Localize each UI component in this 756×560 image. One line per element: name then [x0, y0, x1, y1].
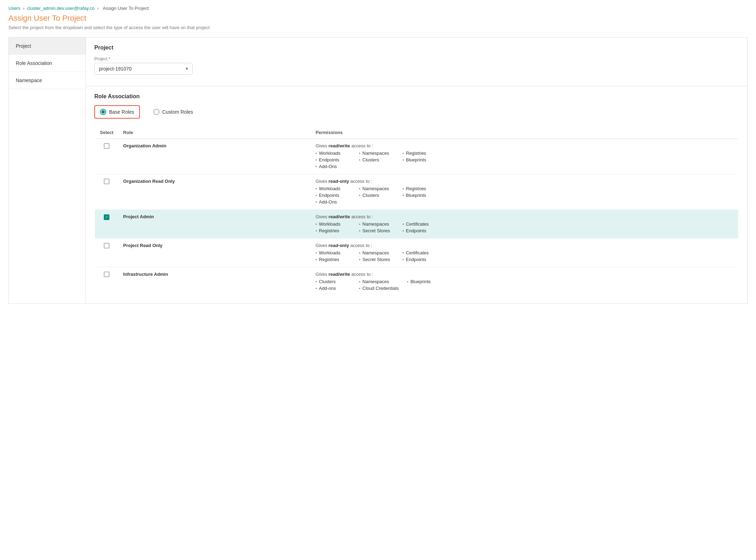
project-section-title: Project	[94, 45, 739, 51]
permission-item: Blueprints	[407, 278, 442, 285]
permission-item: Clusters	[359, 192, 394, 199]
permission-item: Secret Stores	[359, 227, 394, 234]
permission-columns: WorkloadsRegistriesNamespacesSecret Stor…	[316, 249, 733, 263]
breadcrumb: Users › cluster_admin.dev.user@rafay.co …	[8, 6, 748, 11]
permission-column: WorkloadsEndpointsAdd-Ons	[316, 185, 351, 205]
permission-column: NamespacesClusters	[359, 185, 394, 205]
project-select[interactable]: project-191070	[94, 63, 193, 75]
permission-item: Workloads	[316, 221, 351, 227]
permission-text: Gives read/write access to :	[316, 143, 733, 148]
role-name-cell: Project Read Only	[118, 239, 311, 267]
checkbox-cell	[95, 239, 118, 267]
role-name-cell: Project Admin	[118, 210, 311, 239]
permission-cell: Gives read-only access to :WorkloadsEndp…	[311, 174, 738, 210]
permission-column: NamespacesClusters	[359, 150, 394, 170]
role-name-cell: Infrastructure Admin	[118, 267, 311, 296]
base-roles-label: Base Roles	[109, 109, 134, 115]
table-row: Project Read OnlyGives read-only access …	[95, 239, 738, 267]
permission-item: Endpoints	[403, 256, 438, 263]
checkbox-cell	[95, 139, 118, 174]
breadcrumb-user[interactable]: cluster_admin.dev.user@rafay.co	[27, 6, 95, 11]
permission-item: Registries	[403, 185, 438, 192]
row-checkbox[interactable]	[104, 214, 109, 220]
permission-column: NamespacesSecret Stores	[359, 221, 394, 234]
permission-item: Blueprints	[403, 192, 438, 199]
permission-item: Registries	[316, 256, 351, 263]
permission-column: WorkloadsRegistries	[316, 249, 351, 263]
permission-item: Blueprints	[403, 156, 438, 163]
permission-item: Certificates	[403, 249, 438, 256]
row-checkbox[interactable]	[104, 243, 109, 248]
table-row: Project AdminGives read/write access to …	[95, 210, 738, 239]
permission-column: WorkloadsEndpointsAdd-Ons	[316, 150, 351, 170]
base-roles-radio-option[interactable]: Base Roles	[94, 105, 140, 119]
permission-column: RegistriesBlueprints	[403, 185, 438, 205]
role-name-text: Project Read Only	[123, 243, 162, 248]
permission-item: Add-ons	[316, 285, 351, 292]
roles-table: Select Role Permissions Organization Adm…	[94, 126, 739, 296]
permission-item: Add-Ons	[316, 163, 351, 170]
row-checkbox[interactable]	[104, 272, 109, 277]
col-select: Select	[95, 126, 118, 139]
custom-roles-radio-button[interactable]	[153, 109, 160, 115]
permission-column: NamespacesCloud Credentials	[359, 278, 399, 292]
permission-cell: Gives read/write access to :WorkloadsReg…	[311, 210, 738, 239]
project-section: Project Project * project-191070 ▼	[86, 38, 747, 86]
role-section-title: Role Association	[94, 93, 739, 100]
permission-cell: Gives read/write access to :ClustersAdd-…	[311, 267, 738, 296]
permission-item: Clusters	[359, 156, 394, 163]
custom-roles-label: Custom Roles	[162, 109, 193, 115]
project-field-label: Project *	[94, 56, 739, 61]
permission-item: Secret Stores	[359, 256, 394, 263]
permission-column: Blueprints	[407, 278, 442, 292]
permission-item: Namespaces	[359, 278, 399, 285]
permission-item: Workloads	[316, 185, 351, 192]
page-title: Assign User To Project	[8, 14, 748, 23]
permission-columns: WorkloadsRegistriesNamespacesSecret Stor…	[316, 221, 733, 234]
project-form-group: Project * project-191070 ▼	[94, 56, 739, 75]
permission-item: Namespaces	[359, 185, 394, 192]
project-select-wrapper: project-191070 ▼	[94, 63, 193, 75]
table-header-row: Select Role Permissions	[95, 126, 738, 139]
permission-item: Cloud Credentials	[359, 285, 399, 292]
permission-columns: WorkloadsEndpointsAdd-OnsNamespacesClust…	[316, 150, 733, 170]
permission-item: Workloads	[316, 249, 351, 256]
row-checkbox[interactable]	[104, 179, 109, 184]
breadcrumb-users[interactable]: Users	[8, 6, 20, 11]
permission-item: Registries	[316, 227, 351, 234]
role-name-text: Project Admin	[123, 214, 154, 219]
permission-column: ClustersAdd-ons	[316, 278, 351, 292]
permission-column: WorkloadsRegistries	[316, 221, 351, 234]
table-row: Organization AdminGives read/write acces…	[95, 139, 738, 174]
permission-text: Gives read-only access to :	[316, 243, 733, 248]
table-row: Organization Read OnlyGives read-only ac…	[95, 174, 738, 210]
sidebar-item-role-association[interactable]: Role Association	[9, 55, 86, 72]
col-permissions: Permissions	[311, 126, 738, 139]
main-layout: Project Role Association Namespace Proje…	[8, 37, 748, 304]
role-name-cell: Organization Admin	[118, 139, 311, 174]
role-association-section: Role Association Base Roles Custom Roles	[86, 86, 747, 304]
permission-column: NamespacesSecret Stores	[359, 249, 394, 263]
permission-text: Gives read/write access to :	[316, 272, 733, 277]
permission-item: Endpoints	[403, 227, 438, 234]
row-checkbox[interactable]	[104, 143, 109, 149]
role-name-text: Organization Read Only	[123, 179, 175, 184]
table-row: Infrastructure AdminGives read/write acc…	[95, 267, 738, 296]
sidebar-item-namespace[interactable]: Namespace	[9, 72, 86, 89]
checkbox-cell	[95, 174, 118, 210]
role-type-radio-group: Base Roles Custom Roles	[94, 105, 739, 119]
base-roles-radio-button[interactable]	[100, 109, 106, 115]
permission-item: Namespaces	[359, 150, 394, 156]
role-name-cell: Organization Read Only	[118, 174, 311, 210]
permission-columns: ClustersAdd-onsNamespacesCloud Credentia…	[316, 278, 733, 292]
custom-roles-radio-option[interactable]: Custom Roles	[148, 106, 198, 118]
permission-item: Add-Ons	[316, 199, 351, 205]
permission-text: Gives read/write access to :	[316, 214, 733, 219]
sidebar-item-project[interactable]: Project	[9, 38, 86, 55]
permission-text: Gives read-only access to :	[316, 179, 733, 184]
page-wrapper: Users › cluster_admin.dev.user@rafay.co …	[0, 0, 756, 560]
permission-item: Namespaces	[359, 221, 394, 227]
permission-item: Namespaces	[359, 249, 394, 256]
permission-column: CertificatesEndpoints	[403, 249, 438, 263]
sidebar: Project Role Association Namespace	[9, 38, 86, 304]
